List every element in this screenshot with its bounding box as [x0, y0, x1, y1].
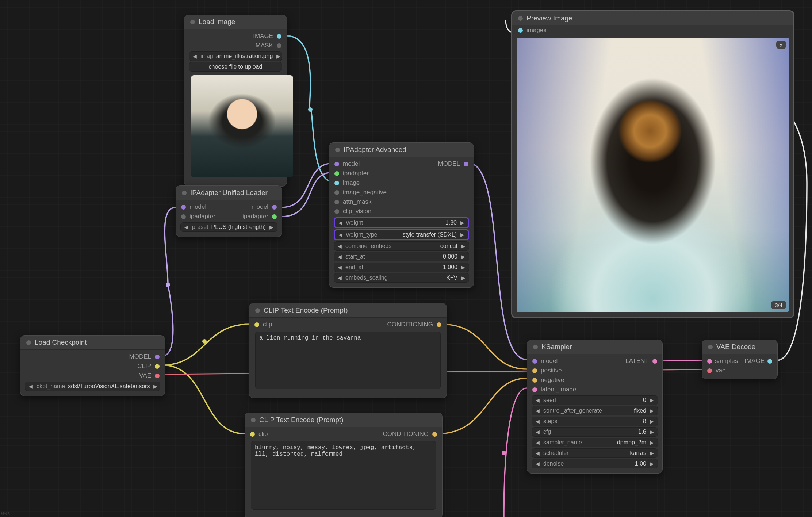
- port-model-in[interactable]: [181, 205, 186, 210]
- image-thumbnail[interactable]: [191, 75, 293, 177]
- port-positive-in[interactable]: positive: [527, 366, 662, 375]
- port-latent-image-in[interactable]: latent_image: [527, 385, 662, 394]
- port-image-in[interactable]: image: [329, 178, 474, 188]
- node-vae-decode[interactable]: VAE Decode samples IMAGE vae: [702, 340, 778, 379]
- port-model-out[interactable]: [272, 205, 277, 210]
- collapse-dot[interactable]: [335, 148, 340, 152]
- node-title[interactable]: CLIP Text Encode (Prompt): [249, 303, 447, 318]
- collapse-dot[interactable]: [190, 20, 195, 24]
- port-samples-in[interactable]: [707, 359, 712, 364]
- start-at-field[interactable]: ◀start_at0.000▶: [334, 252, 469, 261]
- port-latent-out[interactable]: [652, 359, 657, 364]
- port-conditioning-out[interactable]: [432, 432, 437, 437]
- port-negative-in[interactable]: negative: [527, 375, 662, 385]
- file-selector[interactable]: ◀ imag anime_illustration.png ▶: [189, 51, 282, 61]
- control-after-generate-field[interactable]: ◀control_after_generatefixed▶: [532, 406, 658, 415]
- svg-point-1: [166, 283, 170, 287]
- svg-point-3: [502, 451, 506, 455]
- upload-button[interactable]: choose file to upload: [189, 62, 282, 72]
- collapse-dot[interactable]: [182, 191, 187, 195]
- node-title[interactable]: IPAdapter Unified Loader: [176, 186, 282, 200]
- preset-selector[interactable]: ◀ preset PLUS (high strength) ▶: [180, 222, 277, 232]
- sampler-name-field[interactable]: ◀sampler_namedpmpp_2m▶: [532, 438, 658, 447]
- port-image-out[interactable]: [767, 359, 772, 364]
- collapse-dot[interactable]: [26, 340, 31, 345]
- node-title[interactable]: Preview Image: [512, 11, 793, 25]
- port-clip-in[interactable]: [254, 322, 259, 327]
- port-ipadapter-in[interactable]: ipadapter: [329, 169, 474, 178]
- prompt-textarea[interactable]: blurry, noisy, messy, lowres, jpeg, arti…: [251, 441, 436, 510]
- node-ksampler[interactable]: KSampler model LATENT positive negative …: [527, 340, 663, 474]
- port-clip-vision-in[interactable]: clip_vision: [329, 207, 474, 216]
- node-load-checkpoint[interactable]: Load Checkpoint MODEL CLIP VAE ◀ckpt_nam…: [20, 335, 165, 396]
- port-attn-mask-in[interactable]: attn_mask: [329, 197, 474, 207]
- prev-arrow-icon[interactable]: ◀: [192, 53, 198, 59]
- port-clip-in[interactable]: [250, 432, 255, 437]
- title-text: Load Image: [199, 18, 235, 26]
- prev-arrow-icon[interactable]: ◀: [184, 224, 189, 230]
- node-title[interactable]: VAE Decode: [702, 340, 777, 354]
- node-preview-image[interactable]: Preview Image images x 3/4: [511, 10, 794, 318]
- port-image-out[interactable]: IMAGE: [184, 31, 287, 41]
- cfg-field[interactable]: ◀cfg1.6▶: [532, 427, 658, 437]
- weight-field[interactable]: ◀weight1.80▶: [334, 217, 469, 228]
- node-load-image[interactable]: Load Image IMAGE MASK ◀ imag anime_illus…: [184, 15, 287, 187]
- port-conditioning-out[interactable]: [437, 322, 441, 327]
- node-title[interactable]: KSampler: [527, 340, 662, 354]
- next-arrow-icon[interactable]: ▶: [269, 224, 274, 230]
- node-clip-text-encode-positive[interactable]: CLIP Text Encode (Prompt) clip CONDITION…: [249, 303, 447, 398]
- port-vae-out[interactable]: VAE: [20, 371, 165, 380]
- node-title[interactable]: IPAdapter Advanced: [329, 143, 474, 157]
- preview-image: [517, 38, 789, 312]
- node-ipadapter-unified-loader[interactable]: IPAdapter Unified Loader model model ipa…: [176, 185, 282, 237]
- port-ipadapter-in[interactable]: [181, 214, 186, 219]
- port-ipadapter-out[interactable]: [272, 214, 277, 219]
- port-vae-in[interactable]: vae: [702, 366, 777, 375]
- next-arrow-icon[interactable]: ▶: [276, 53, 281, 59]
- close-button[interactable]: x: [776, 41, 786, 49]
- node-clip-text-encode-negative[interactable]: CLIP Text Encode (Prompt) clip CONDITION…: [245, 413, 443, 517]
- preview-viewport[interactable]: x 3/4: [517, 38, 789, 312]
- port-model-out[interactable]: MODEL: [20, 352, 165, 361]
- port-clip-out[interactable]: CLIP: [20, 361, 165, 371]
- combine-embeds-field[interactable]: ◀combine_embedsconcat▶: [334, 241, 469, 251]
- scheduler-field[interactable]: ◀schedulerkarras▶: [532, 448, 658, 458]
- port-images-in[interactable]: [518, 28, 523, 33]
- seed-field[interactable]: ◀seed0▶: [532, 395, 658, 405]
- svg-point-2: [202, 339, 207, 344]
- node-title[interactable]: CLIP Text Encode (Prompt): [245, 413, 442, 427]
- port-mask-out[interactable]: MASK: [184, 41, 287, 50]
- node-title[interactable]: Load Image: [184, 15, 287, 29]
- ckpt-name-field[interactable]: ◀ckpt_namesdxl/TurboVisionXL.safetensors…: [25, 382, 160, 391]
- node-ipadapter-advanced[interactable]: IPAdapter Advanced model MODEL ipadapter…: [329, 142, 474, 288]
- port-model-out[interactable]: [464, 162, 468, 166]
- node-title[interactable]: Load Checkpoint: [20, 336, 165, 350]
- end-at-field[interactable]: ◀end_at1.000▶: [334, 263, 469, 272]
- port-image-negative-in[interactable]: image_negative: [329, 188, 474, 197]
- port-model-in[interactable]: [334, 162, 339, 166]
- steps-field[interactable]: ◀steps8▶: [532, 417, 658, 426]
- page-indicator: 3/4: [771, 301, 786, 309]
- embeds-scaling-field[interactable]: ◀embeds_scalingK+V▶: [334, 273, 469, 283]
- weight-type-field[interactable]: ◀weight_typestyle transfer (SDXL)▶: [334, 229, 469, 240]
- prompt-textarea[interactable]: a lion running in the savanna: [255, 332, 441, 389]
- port-model-in[interactable]: [532, 359, 537, 364]
- denoise-field[interactable]: ◀denoise1.00▶: [532, 459, 658, 468]
- footer-stats: 00s: [1, 511, 10, 516]
- svg-point-0: [308, 107, 313, 112]
